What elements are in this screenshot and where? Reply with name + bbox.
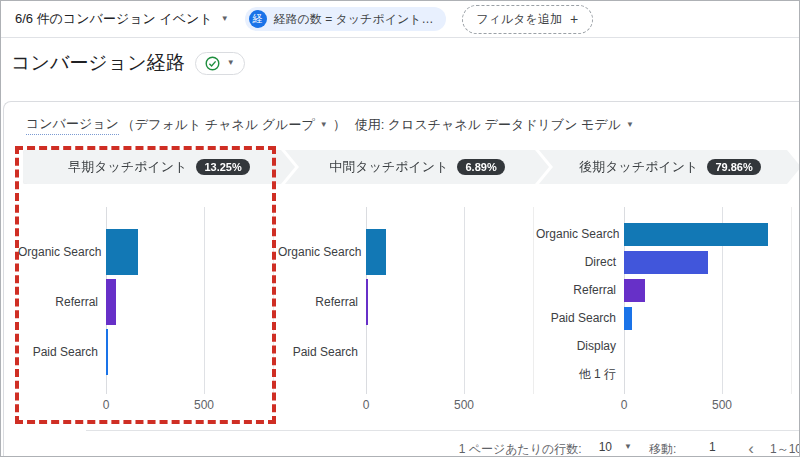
rows-per-page-select[interactable]: 10 ▼ (596, 440, 635, 457)
chart-rows: Organic SearchReferralPaid Search (278, 227, 532, 377)
footer-divider (86, 430, 800, 431)
add-filter-button[interactable]: フィルタを追加 + (462, 5, 594, 34)
chart-row: Direct (536, 248, 790, 276)
goto-page-input[interactable]: 1 (690, 440, 734, 457)
dimension-group-close: ） (333, 116, 346, 134)
chevron-down-icon: ▼ (624, 443, 632, 451)
funnel-stage-mid: 中間タッチポイント 6.89% (285, 150, 549, 184)
chart-mid-touchpoints: Organic SearchReferralPaid Search 0 500 (278, 202, 532, 417)
channel-label: Paid Search (278, 345, 366, 359)
report-controls: コンバージョン （デフォルト チャネル グループ ▼ ） 使用: クロスチャネル… (26, 115, 636, 135)
check-circle-icon (205, 56, 220, 71)
channel-label: Referral (536, 283, 624, 297)
page-title: コンバージョン経路 (11, 50, 185, 76)
funnel-stage-label: 後期タッチポイント (579, 158, 698, 176)
channel-bar-referral[interactable] (366, 279, 368, 325)
channel-bar-organic-search[interactable] (624, 223, 768, 246)
chart-row: Referral (278, 277, 532, 327)
chart-row: Organic Search (536, 220, 790, 248)
rows-per-page-label: 1 ページあたりの行数: (459, 441, 582, 457)
conversion-events-selector[interactable]: 6/6 件のコンバージョン イベント ▼ (15, 10, 229, 28)
x-tick: 500 (712, 398, 732, 412)
funnel-stage-late: 後期タッチポイント 79.86% (539, 150, 800, 184)
chevron-down-icon[interactable]: ▼ (626, 121, 634, 129)
path-chip-avatar-icon: 経 (249, 10, 267, 28)
dimension-selector[interactable]: コンバージョン (26, 115, 119, 135)
channel-label: Organic Search (536, 227, 624, 241)
goto-label: 移動: (649, 441, 676, 457)
channel-label: Organic Search (278, 245, 366, 259)
topbar: 6/6 件のコンバージョン イベント ▼ 経 経路の数 = タッチポイント… フ… (1, 1, 799, 38)
chart-row: Paid Search (278, 327, 532, 377)
channel-bar-direct[interactable] (624, 251, 708, 274)
title-row: コンバージョン経路 ▼ (11, 50, 245, 76)
chevron-down-icon: ▼ (221, 15, 229, 23)
channel-bar-paid-search[interactable] (624, 307, 632, 330)
row-range-label: 1～10 (770, 441, 800, 457)
chevron-down-icon: ▼ (227, 59, 235, 67)
app-window: 6/6 件のコンバージョン イベント ▼ 経 経路の数 = タッチポイント… フ… (0, 0, 800, 457)
x-tick: 0 (363, 398, 370, 412)
path-count-filter-chip[interactable]: 経 経路の数 = タッチポイント… (245, 7, 446, 31)
channel-label: 他 1 行 (536, 366, 624, 383)
attribution-model-label: 使用: クロスチャネル データドリブン モデル (355, 116, 621, 134)
path-chip-label: 経路の数 = タッチポイント… (274, 11, 434, 28)
chevron-left-icon[interactable]: ‹ (748, 440, 754, 457)
funnel-stage-badge: 6.89% (457, 159, 504, 175)
channel-bar-organic-search[interactable] (366, 229, 386, 275)
conversion-events-label: 6/6 件のコンバージョン イベント (15, 10, 213, 28)
pagination: 1 ページあたりの行数: 10 ▼ 移動: 1 ‹ 1～10 (459, 436, 800, 457)
chart-rows: Organic SearchDirectReferralPaid SearchD… (536, 220, 790, 388)
chevron-down-icon[interactable]: ▼ (320, 121, 328, 129)
chart-row: Display (536, 332, 790, 360)
chart-row: Organic Search (278, 227, 532, 277)
dimension-group-label: （デフォルト チャネル グループ (122, 116, 315, 134)
add-filter-label: フィルタを追加 (477, 11, 562, 28)
chart-late-touchpoints: Organic SearchDirectReferralPaid SearchD… (536, 202, 790, 417)
chart-row: 他 1 行 (536, 360, 790, 388)
channel-bar-referral[interactable] (624, 279, 645, 302)
channel-label: Display (536, 339, 624, 353)
x-tick: 500 (454, 398, 474, 412)
highlight-annotation-box (15, 146, 276, 424)
report-card: コンバージョン （デフォルト チャネル グループ ▼ ） 使用: クロスチャネル… (3, 101, 800, 457)
funnel-stage-label: 中間タッチポイント (329, 158, 448, 176)
rows-per-page-value: 10 (599, 440, 612, 454)
channel-label: Direct (536, 255, 624, 269)
plus-icon: + (570, 12, 578, 26)
funnel-stage-badge: 79.86% (707, 159, 760, 175)
report-status-selector[interactable]: ▼ (195, 52, 245, 75)
chart-row: Referral (536, 276, 790, 304)
chart-row: Paid Search (536, 304, 790, 332)
x-tick: 0 (621, 398, 628, 412)
channel-label: Referral (278, 295, 366, 309)
channel-label: Paid Search (536, 311, 624, 325)
